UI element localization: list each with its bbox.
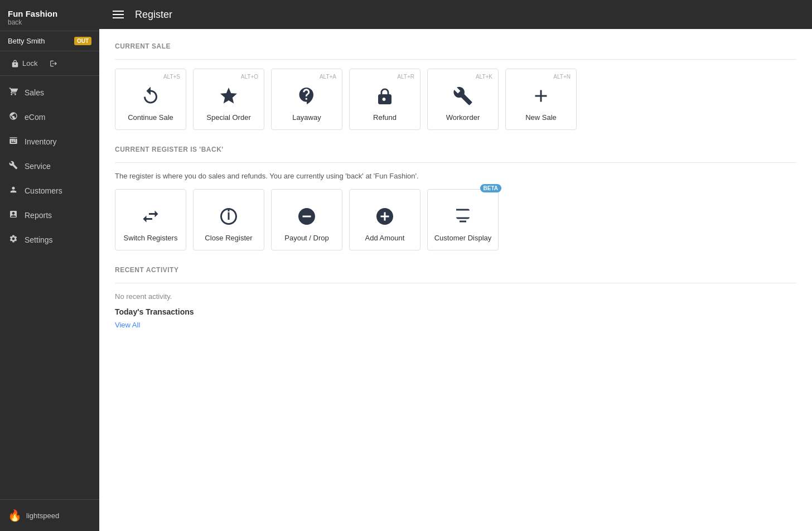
sidebar-actions: Lock [0,51,99,76]
special-order-shortcut: ALT+O [241,74,258,80]
refund-icon [375,86,395,109]
customers-icon [8,185,19,196]
customer-display-icon [453,206,473,229]
inventory-icon [8,136,19,147]
layaway-shortcut: ALT+A [320,74,336,80]
topbar-title: Register [135,9,172,21]
layaway-label: Layaway [292,113,321,122]
continue-sale-label: Continue Sale [128,113,173,122]
lock-button[interactable]: Lock [8,57,41,70]
refund-shortcut: ALT+R [397,74,414,80]
today-transactions-title: Today's Transactions [115,307,796,316]
sidebar: Fun Fashion back Betty Smith OUT Lock Sa… [0,0,99,531]
customer-display-card[interactable]: BETA Customer Display [427,189,499,250]
logout-icon [50,60,57,67]
close-register-label: Close Register [205,234,252,242]
lock-icon [11,60,19,67]
sidebar-item-reports[interactable]: Reports [0,203,99,228]
layaway-icon [297,86,317,109]
current-sale-cards: ALT+S Continue Sale ALT+O Special Order … [115,69,796,130]
payout-drop-card[interactable]: Payout / Drop [271,189,342,250]
customers-label: Customers [25,186,62,195]
workorder-icon [453,86,473,109]
hamburger-line-2 [113,14,124,15]
lightspeed-label: lightspeed [26,511,59,520]
sidebar-item-service[interactable]: Service [0,154,99,178]
sales-icon [8,87,19,98]
section-divider-2 [115,162,796,163]
special-order-card[interactable]: ALT+O Special Order [193,69,264,130]
close-register-icon [219,206,239,229]
continue-sale-icon [141,86,161,109]
register-info-text: The register is where you do sales and r… [115,172,796,180]
close-register-card[interactable]: Close Register [193,189,264,250]
sidebar-brand: Fun Fashion back [0,0,99,31]
view-all-link[interactable]: View All [115,321,140,329]
settings-icon [8,234,19,245]
workorder-label: Workorder [446,113,480,122]
payout-drop-icon [297,206,317,229]
service-icon [8,161,19,172]
sidebar-logo: 🔥 lightspeed [0,499,99,531]
add-amount-label: Add Amount [365,234,405,242]
main-content: Register CURRENT SALE ALT+S Continue Sal… [99,0,812,531]
sales-label: Sales [25,88,44,97]
special-order-icon [219,86,239,109]
register-cards: Switch Registers Close Register Payout /… [115,189,796,250]
sidebar-item-settings[interactable]: Settings [0,228,99,252]
page-content: CURRENT SALE ALT+S Continue Sale ALT+O S… [99,29,812,531]
sidebar-item-inventory[interactable]: Inventory [0,129,99,154]
current-sale-section: CURRENT SALE ALT+S Continue Sale ALT+O S… [115,42,796,130]
settings-label: Settings [25,235,53,244]
no-activity-text: No recent activity. [115,292,796,301]
topbar: Register [99,0,812,29]
lock-label: Lock [22,59,37,67]
workorder-shortcut: ALT+K [476,74,492,80]
user-status-badge: OUT [74,37,91,45]
hamburger-line-1 [113,11,124,12]
sidebar-item-customers[interactable]: Customers [0,178,99,203]
continue-sale-shortcut: ALT+S [163,74,180,80]
current-sale-title: CURRENT SALE [115,42,796,50]
ecom-label: eCom [25,113,45,122]
new-sale-shortcut: ALT+N [553,74,571,80]
sidebar-item-sales[interactable]: Sales [0,80,99,105]
section-divider-3 [115,283,796,283]
new-sale-card[interactable]: ALT+N New Sale [505,69,577,130]
switch-registers-label: Switch Registers [124,234,178,242]
workorder-card[interactable]: ALT+K Workorder [427,69,499,130]
recent-activity-title: RECENT ACTIVITY [115,266,796,274]
switch-registers-card[interactable]: Switch Registers [115,189,186,250]
inventory-label: Inventory [25,137,57,146]
payout-drop-label: Payout / Drop [284,234,329,242]
service-label: Service [25,162,51,171]
add-amount-card[interactable]: Add Amount [349,189,420,250]
hamburger-button[interactable] [110,8,126,21]
special-order-label: Special Order [206,113,250,122]
customer-display-label: Customer Display [434,234,492,242]
refund-card[interactable]: ALT+R Refund [349,69,420,130]
sidebar-item-ecom[interactable]: eCom [0,105,99,129]
section-divider-1 [115,59,796,60]
beta-badge: BETA [480,184,501,192]
continue-sale-card[interactable]: ALT+S Continue Sale [115,69,186,130]
layaway-card[interactable]: ALT+A Layaway [271,69,342,130]
register-section: CURRENT REGISTER IS 'BACK' The register … [115,146,796,250]
hamburger-line-3 [113,17,124,18]
recent-activity-section: RECENT ACTIVITY No recent activity. Toda… [115,266,796,330]
brand-name: Fun Fashion [8,9,91,18]
sidebar-nav: Sales eCom Inventory Service Customers [0,76,99,499]
refund-label: Refund [373,113,397,122]
add-amount-icon [375,206,395,229]
new-sale-icon [531,86,551,109]
logout-button[interactable] [46,57,61,70]
ecom-icon [8,112,19,123]
reports-label: Reports [25,211,52,220]
lightspeed-flame-icon: 🔥 [8,509,22,522]
switch-registers-icon [141,206,161,229]
reports-icon [8,210,19,221]
brand-register: back [8,18,91,26]
register-section-title: CURRENT REGISTER IS 'BACK' [115,146,796,153]
new-sale-label: New Sale [525,113,557,122]
sidebar-user: Betty Smith OUT [0,31,99,51]
